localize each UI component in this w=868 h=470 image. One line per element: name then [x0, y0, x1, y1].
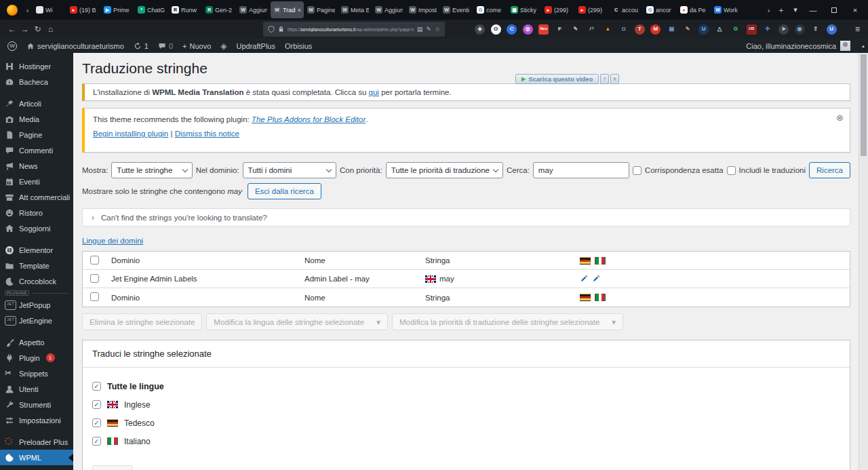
browser-tab-299[interactable]: ▸(299) [542, 1, 575, 18]
sidebar-item-news[interactable]: News [0, 158, 73, 174]
browser-tab-299[interactable]: ▸(299) [576, 1, 609, 18]
tab-close-icon[interactable]: × [298, 7, 301, 14]
dismiss-notice-link[interactable]: Dismiss this notice [175, 130, 239, 138]
extension-icon[interactable]: ✎ [683, 24, 693, 35]
sidebar-item-hostinger[interactable]: Hostinger [0, 58, 73, 74]
sidebar-item-att-commerciali[interactable]: Att commerciali [0, 189, 73, 205]
scrollbar-track[interactable] [859, 53, 868, 470]
new-tab-button[interactable]: + [774, 6, 788, 14]
sidebar-item-wpml[interactable]: WPML [0, 450, 73, 465]
tab-scroll-left-button[interactable]: ‹ [22, 6, 33, 14]
sidebar-item-elementor[interactable]: Elementor [0, 242, 73, 258]
bulk-action-modifica-la-priorit-di-traduzione-delle-stringhe-selezionate[interactable]: Modifica la priorità di traduzione delle… [392, 313, 623, 330]
close-window-button[interactable]: × [845, 0, 865, 20]
firefox-icon[interactable] [7, 5, 18, 16]
browser-tab-prime[interactable]: ▶Prime [101, 1, 134, 18]
elementor-menu[interactable]: ◈ [216, 39, 231, 53]
sidebar-item-snippets[interactable]: ✂Snippets [0, 366, 73, 381]
recommended-plugin-link[interactable]: The Plus Addons for Block Editor [252, 115, 366, 123]
search-input[interactable] [533, 162, 629, 178]
browser-tab-da-pe[interactable]: ♦da Pe [677, 1, 711, 18]
exact-match-checkbox[interactable] [633, 166, 642, 175]
extension-icon[interactable]: O [491, 24, 501, 35]
scrollbar-thumb[interactable] [861, 54, 867, 156]
orbisius-menu[interactable]: Orbisius [280, 39, 317, 53]
sidebar-item-soggiorni[interactable]: Soggiorni [0, 220, 73, 236]
comments-menu[interactable]: 0 [153, 39, 178, 53]
sidebar-submenu-gestione-traduzioni[interactable]: Gestione traduzioni [0, 465, 73, 470]
page-scrollbar[interactable]: ▲ [859, 39, 868, 470]
translate-button[interactable]: Traduci [92, 465, 133, 470]
back-button[interactable]: ← [5, 24, 18, 34]
extension-icon[interactable]: ◘ [618, 24, 629, 35]
sidebar-item-preloader-plus[interactable]: Preloader Plus [0, 434, 73, 450]
reload-button[interactable]: ↻ [31, 24, 44, 34]
extension-icon[interactable]: ◆ [475, 24, 485, 35]
reader-view-icon[interactable]: ▤ [417, 26, 423, 33]
extension-icon[interactable]: ◎ [523, 24, 533, 35]
browser-tab-ancor[interactable]: Gancor [644, 1, 677, 18]
tab-scroll-right-button[interactable]: › [764, 6, 774, 14]
user-greeting[interactable]: Ciao, illuminazionecosmica [746, 42, 836, 50]
bookmark-star-icon[interactable]: ☆ [435, 26, 440, 33]
include-translations-checkbox[interactable] [727, 166, 736, 175]
sidebar-item-aspetto[interactable]: Aspetto [0, 334, 73, 350]
site-menu[interactable]: serviglianoculturaeturismo [22, 39, 129, 53]
browser-tab-work[interactable]: WWork [711, 1, 745, 18]
extension-icon[interactable]: F [555, 24, 565, 35]
sidebar-item-crocoblock[interactable]: Crocoblock [0, 273, 73, 289]
browser-tab-aggiungi[interactable]: WAggiungi [237, 1, 270, 18]
sidebar-item-jetengine[interactable]: JETJetEngine [0, 313, 73, 328]
extension-icon[interactable]: ⇧ [810, 24, 821, 35]
updraftplus-menu[interactable]: UpdraftPlus [232, 39, 280, 53]
extension-icon[interactable]: ➤ [778, 24, 789, 35]
browser-tab-runw[interactable]: RRunw [169, 1, 202, 18]
browser-tab-impostazi[interactable]: WImpostazi [406, 1, 439, 18]
show-filter-select[interactable]: Tutte le stringhe [111, 162, 192, 178]
domain-languages-link[interactable]: Lingue dei domini [82, 237, 143, 245]
language-checkbox-tutte-le-lingue[interactable]: ✓ [92, 382, 101, 391]
complete-install-link[interactable]: qui [369, 88, 379, 96]
minimize-button[interactable]: — [803, 0, 823, 20]
forward-button[interactable]: → [18, 24, 31, 34]
extension-icon[interactable]: ✿ [730, 24, 741, 35]
browser-tab-pagine-s[interactable]: WPagine ‹ s [304, 1, 338, 18]
extension-icon[interactable]: U [827, 24, 837, 35]
video-overlay-help-button[interactable]: ? [600, 74, 608, 84]
extension-icon[interactable]: T [635, 24, 645, 35]
avatar[interactable] [840, 41, 850, 51]
edit-german-translation-button[interactable] [580, 275, 588, 283]
home-button[interactable]: ⌂ [44, 24, 57, 34]
extension-icon[interactable]: ✣ [762, 24, 772, 35]
sidebar-item-impostazioni[interactable]: Impostazioni [0, 412, 73, 428]
edit-italian-translation-button[interactable] [592, 275, 600, 283]
sidebar-item-ristoro[interactable]: Ristoro [0, 205, 73, 220]
download-video-button[interactable]: ▶ Scarica questo video [515, 74, 599, 84]
browser-tab-aggiungi[interactable]: WAggiungi [372, 1, 406, 18]
edit-page-icon[interactable]: ✎ [426, 26, 431, 33]
extension-icon[interactable]: ▲ [603, 24, 613, 35]
dismiss-icon[interactable]: ⊗ [836, 113, 844, 123]
sidebar-item-eventi[interactable]: Eventi [0, 174, 73, 189]
sidebar-item-commenti[interactable]: Commenti [0, 142, 73, 158]
sidebar-item-template[interactable]: Template [0, 258, 73, 273]
domain-filter-select[interactable]: Tutti i domini [243, 162, 336, 178]
sidebar-item-plugin[interactable]: Plugin1 [0, 350, 73, 366]
extension-icon[interactable]: ƒ? [587, 24, 597, 35]
extension-icon[interactable]: △ [715, 24, 725, 35]
extension-icon[interactable]: C [507, 24, 517, 35]
restore-button[interactable] [824, 0, 844, 20]
select-all-checkbox[interactable] [90, 256, 99, 265]
browser-tab-meta-box[interactable]: WMeta Box [338, 1, 372, 18]
sidebar-item-articoli[interactable]: Articoli [0, 96, 73, 111]
begin-install-link[interactable]: Begin installing plugin [93, 130, 168, 138]
language-checkbox-inglese[interactable]: ✓ [92, 400, 101, 409]
extension-icon[interactable]: ◉ [795, 24, 805, 35]
browser-tab-chatg[interactable]: *ChatG [135, 1, 168, 18]
app-menu-button[interactable]: ≡ [855, 20, 860, 39]
select-all-checkbox[interactable] [90, 292, 99, 301]
browser-tab-come[interactable]: Gcome [474, 1, 507, 18]
video-overlay-close-button[interactable]: X [610, 74, 619, 84]
wp-logo-menu[interactable]: W [3, 39, 22, 53]
search-button[interactable]: Ricerca [809, 162, 850, 178]
